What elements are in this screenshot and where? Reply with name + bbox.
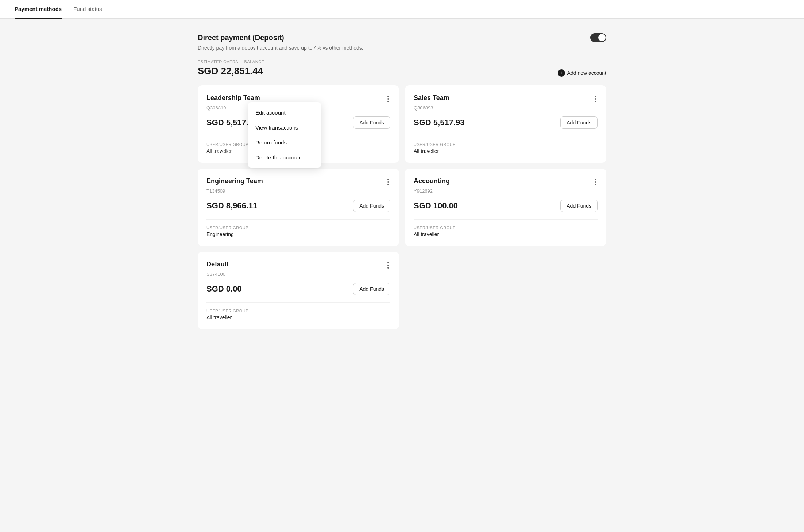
- more-menu-sales[interactable]: [593, 94, 598, 104]
- card-amount-sales: SGD 5,517.93: [414, 118, 464, 127]
- card-header-sales: Sales Team: [414, 94, 598, 104]
- dot3: [387, 267, 389, 269]
- add-account-button[interactable]: + Add new account: [558, 69, 606, 77]
- card-user-label-default: USER/USER GROUP: [206, 309, 390, 313]
- dot3: [595, 101, 596, 102]
- add-funds-default[interactable]: Add Funds: [353, 283, 390, 295]
- dot2: [387, 98, 389, 100]
- card-user-value-default: All traveller: [206, 315, 390, 320]
- more-menu-default[interactable]: [386, 261, 390, 270]
- balance-label: ESTIMATED OVERALL BALANCE: [198, 59, 264, 64]
- section-title: Direct payment (Deposit): [198, 34, 284, 42]
- dot1: [387, 179, 389, 180]
- card-amount-row-default: SGD 0.00 Add Funds: [206, 283, 390, 295]
- more-menu-engineering[interactable]: [386, 177, 390, 187]
- balance-row: ESTIMATED OVERALL BALANCE SGD 22,851.44 …: [198, 59, 606, 77]
- card-amount-engineering: SGD 8,966.11: [206, 201, 257, 211]
- add-account-label: Add new account: [567, 70, 606, 76]
- balance-info: ESTIMATED OVERALL BALANCE SGD 22,851.44: [198, 59, 264, 77]
- card-divider-engineering: [206, 219, 390, 220]
- add-funds-sales[interactable]: Add Funds: [560, 116, 598, 129]
- card-id-engineering: T134509: [206, 188, 390, 194]
- main-content: Direct payment (Deposit) Directly pay fr…: [183, 19, 621, 344]
- dot3: [387, 101, 389, 102]
- account-card-default: Default S374100 SGD 0.00 Add Funds USER/…: [198, 252, 399, 329]
- tabs-bar: Payment methods Fund status: [0, 0, 804, 19]
- plus-icon: +: [558, 69, 565, 77]
- card-divider-sales: [414, 136, 598, 136]
- card-user-label-accounting: USER/USER GROUP: [414, 225, 598, 230]
- dot1: [387, 96, 389, 97]
- tab-payment-methods[interactable]: Payment methods: [15, 0, 62, 19]
- dot2: [595, 181, 596, 183]
- dot2: [595, 98, 596, 100]
- account-card-accounting: Accounting Y912692 SGD 100.00 Add Funds …: [405, 169, 606, 246]
- card-user-value-sales: All traveller: [414, 148, 598, 154]
- add-funds-accounting[interactable]: Add Funds: [560, 200, 598, 212]
- card-amount-row-engineering: SGD 8,966.11 Add Funds: [206, 200, 390, 212]
- card-name-engineering: Engineering Team: [206, 177, 263, 185]
- dropdown-view-transactions[interactable]: View transactions: [248, 120, 321, 135]
- card-amount-default: SGD 0.00: [206, 284, 242, 294]
- dot2: [387, 181, 389, 183]
- card-user-value-engineering: Engineering: [206, 231, 390, 237]
- dot1: [595, 179, 596, 180]
- card-user-label-sales: USER/USER GROUP: [414, 142, 598, 147]
- dot2: [387, 265, 389, 266]
- dot1: [595, 96, 596, 97]
- context-dropdown-menu: Edit account View transactions Return fu…: [248, 102, 321, 168]
- card-name-leadership: Leadership Team: [206, 94, 260, 102]
- card-id-accounting: Y912692: [414, 188, 598, 194]
- card-amount-row-sales: SGD 5,517.93 Add Funds: [414, 116, 598, 129]
- section-header: Direct payment (Deposit): [198, 33, 606, 42]
- card-amount-row-accounting: SGD 100.00 Add Funds: [414, 200, 598, 212]
- card-name-sales: Sales Team: [414, 94, 449, 102]
- card-user-value-accounting: All traveller: [414, 231, 598, 237]
- section-subtitle: Directly pay from a deposit account and …: [198, 45, 606, 51]
- card-name-default: Default: [206, 261, 229, 268]
- account-card-engineering: Engineering Team T134509 SGD 8,966.11 Ad…: [198, 169, 399, 246]
- account-card-sales: Sales Team Q306893 SGD 5,517.93 Add Fund…: [405, 85, 606, 163]
- more-menu-leadership[interactable]: [386, 94, 390, 104]
- dot3: [387, 184, 389, 185]
- dropdown-return-funds[interactable]: Return funds: [248, 135, 321, 150]
- tab-fund-status[interactable]: Fund status: [73, 0, 102, 19]
- card-id-sales: Q306893: [414, 105, 598, 111]
- dot3: [595, 184, 596, 185]
- deposit-toggle[interactable]: [590, 33, 606, 42]
- card-header-engineering: Engineering Team: [206, 177, 390, 187]
- balance-amount: SGD 22,851.44: [198, 65, 264, 77]
- add-funds-leadership[interactable]: Add Funds: [353, 116, 390, 129]
- card-amount-accounting: SGD 100.00: [414, 201, 458, 211]
- dropdown-edit-account[interactable]: Edit account: [248, 105, 321, 120]
- card-divider-accounting: [414, 219, 598, 220]
- card-divider-default: [206, 302, 390, 303]
- card-id-default: S374100: [206, 271, 390, 277]
- add-funds-engineering[interactable]: Add Funds: [353, 200, 390, 212]
- card-user-label-engineering: USER/USER GROUP: [206, 225, 390, 230]
- card-header-accounting: Accounting: [414, 177, 598, 187]
- dropdown-delete-account[interactable]: Delete this account: [248, 150, 321, 165]
- more-menu-accounting[interactable]: [593, 177, 598, 187]
- card-header-default: Default: [206, 261, 390, 270]
- card-name-accounting: Accounting: [414, 177, 450, 185]
- dot1: [387, 262, 389, 263]
